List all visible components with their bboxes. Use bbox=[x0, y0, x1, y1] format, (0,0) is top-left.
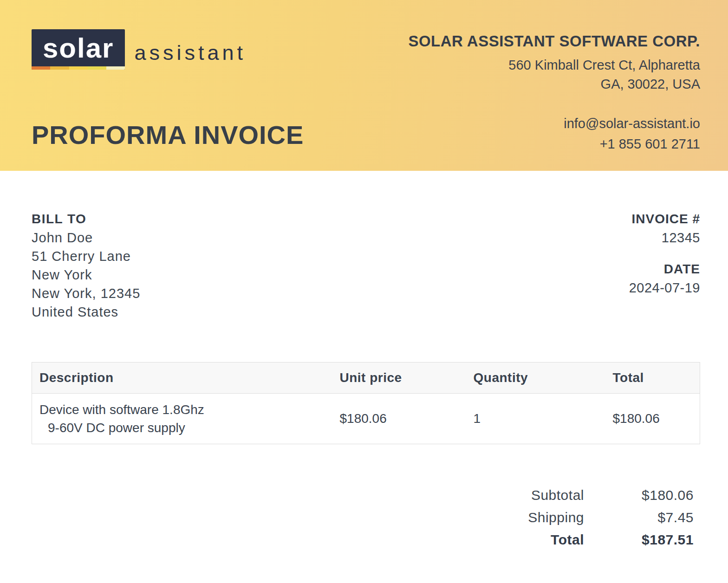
item-total-cell: $180.06 bbox=[605, 394, 700, 444]
column-header-unit-price: Unit price bbox=[332, 363, 466, 394]
item-unit-price-cell: $180.06 bbox=[332, 394, 466, 444]
column-header-total: Total bbox=[605, 363, 700, 394]
item-description-line2: 9-60V DC power supply bbox=[39, 419, 325, 437]
shipping-value: $7.45 bbox=[584, 506, 694, 529]
bill-to-street: 51 Cherry Lane bbox=[32, 247, 140, 266]
meta-row: BILL TO John Doe 51 Cherry Lane New York… bbox=[32, 210, 700, 321]
subtotal-value: $180.06 bbox=[584, 484, 694, 506]
table-row: Device with software 1.8Ghz 9-60V DC pow… bbox=[32, 394, 700, 444]
logo-box: solar bbox=[32, 29, 125, 70]
logo-stripe-segment bbox=[69, 66, 88, 70]
invoice-number-value: 12345 bbox=[629, 228, 700, 247]
logo-text-assistant: assistant bbox=[134, 34, 246, 65]
company-phone: +1 855 601 2711 bbox=[408, 134, 700, 154]
shipping-label: Shipping bbox=[528, 506, 584, 529]
logo-stripe bbox=[32, 66, 125, 70]
bill-to-state-zip: New York, 12345 bbox=[32, 284, 140, 303]
invoice-number-label: INVOICE # bbox=[629, 210, 700, 228]
invoice-date-value: 2024-07-19 bbox=[629, 279, 700, 297]
company-email: info@solar-assistant.io bbox=[408, 113, 700, 134]
item-quantity-cell: 1 bbox=[466, 394, 605, 444]
invoice-meta-section: INVOICE # 12345 DATE 2024-07-19 bbox=[629, 210, 700, 321]
total-label: Total bbox=[528, 529, 584, 551]
logo: solar assistant bbox=[32, 29, 246, 70]
logo-stripe-segment bbox=[50, 66, 69, 70]
column-header-description: Description bbox=[32, 363, 332, 394]
bill-to-city: New York bbox=[32, 266, 140, 284]
company-address-line1: 560 Kimball Crest Ct, Alpharetta bbox=[408, 56, 700, 75]
line-items-table: Description Unit price Quantity Total De… bbox=[32, 362, 700, 444]
line-items-table-header: Description Unit price Quantity Total bbox=[32, 363, 700, 394]
invoice-hero-header: solar assistant SOLAR ASSISTANT SOFTWARE… bbox=[0, 0, 728, 171]
totals-section: Subtotal $180.06 Shipping $7.45 Total $1… bbox=[32, 484, 700, 551]
invoice-page: solar assistant SOLAR ASSISTANT SOFTWARE… bbox=[0, 0, 728, 583]
company-address-line2: GA, 30022, USA bbox=[408, 75, 700, 94]
document-title: PROFORMA INVOICE bbox=[32, 120, 304, 150]
table-header-row: Description Unit price Quantity Total bbox=[32, 363, 700, 394]
item-description-cell: Device with software 1.8Ghz 9-60V DC pow… bbox=[32, 394, 332, 444]
bill-to-label: BILL TO bbox=[32, 210, 140, 228]
bill-to-country: United States bbox=[32, 303, 140, 321]
invoice-date-label: DATE bbox=[629, 260, 700, 279]
subtotal-label: Subtotal bbox=[528, 484, 584, 506]
logo-stripe-segment bbox=[32, 66, 50, 70]
logo-text-solar: solar bbox=[32, 29, 125, 66]
logo-stripe-segment bbox=[88, 66, 106, 70]
company-info: SOLAR ASSISTANT SOFTWARE CORP. 560 Kimba… bbox=[408, 32, 700, 154]
bill-to-section: BILL TO John Doe 51 Cherry Lane New York… bbox=[32, 210, 140, 321]
total-value: $187.51 bbox=[584, 529, 694, 551]
company-name: SOLAR ASSISTANT SOFTWARE CORP. bbox=[408, 32, 700, 50]
bill-to-name: John Doe bbox=[32, 228, 140, 247]
invoice-body: BILL TO John Doe 51 Cherry Lane New York… bbox=[0, 210, 728, 551]
item-description-line1: Device with software 1.8Ghz bbox=[39, 401, 325, 419]
column-header-quantity: Quantity bbox=[466, 363, 605, 394]
logo-stripe-segment bbox=[106, 66, 125, 70]
